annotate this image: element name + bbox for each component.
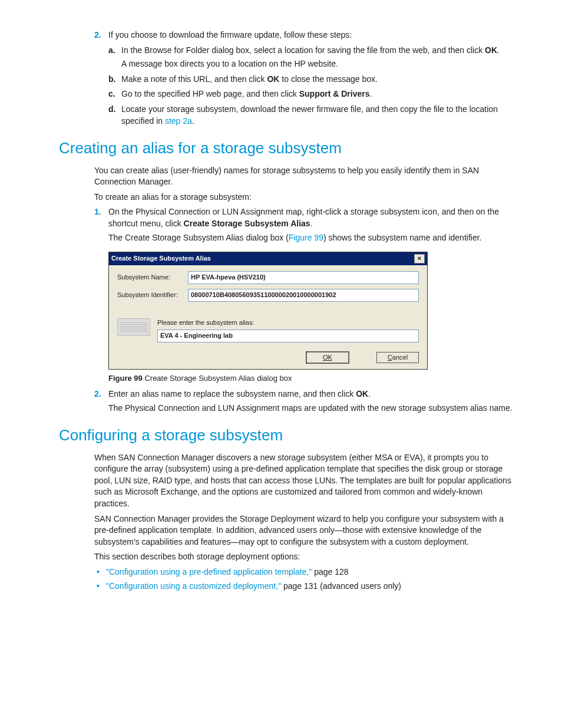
bullet-custom: "Configuration using a customized deploy…: [94, 581, 518, 592]
substep-c: c. Go to the specified HP web page, and …: [108, 88, 518, 100]
para: This section describes both storage depl…: [94, 551, 518, 563]
bullet-template: "Configuration using a pre-defined appli…: [94, 566, 518, 578]
alias-step-2: 2. Enter an alias name to replace the su…: [94, 388, 518, 414]
figure-99: Create Storage Subsystem Alias × Subsyst…: [108, 252, 518, 384]
heading-creating-alias: Creating an alias for a storage subsyste…: [59, 137, 527, 159]
alias-step-1: 1. On the Physical Connection or LUN Ass…: [94, 206, 518, 384]
substep-text: Locate your storage subsystem, download …: [121, 104, 498, 126]
heading-configuring: Configuring a storage subsystem: [59, 424, 527, 446]
substep-b: b. Make a note of this URL, and then cli…: [108, 74, 518, 85]
dialog-title-text: Create Storage Subsystem Alias: [111, 254, 211, 263]
substep-marker: c.: [108, 88, 115, 100]
step-marker: 2.: [94, 29, 101, 41]
label-alias: Please enter the subsystem alias:: [157, 318, 419, 327]
step-link[interactable]: step 2a: [165, 116, 192, 126]
substep-marker: b.: [108, 74, 115, 85]
substep-a: a. In the Browse for Folder dialog box, …: [108, 45, 518, 70]
xref-link[interactable]: "Configuration using a pre-defined appli…: [106, 567, 312, 577]
top-steps-block: 2. If you choose to download the firmwar…: [94, 29, 518, 127]
step-text: Enter an alias name to replace the subsy…: [108, 389, 371, 398]
para: You can create alias (user-friendly) nam…: [94, 165, 518, 188]
substep-text: Make a note of this URL, and then click …: [121, 74, 378, 84]
para: When SAN Connection Manager discovers a …: [94, 452, 518, 510]
label-subsystem-id: Subsystem Identifier:: [117, 291, 188, 299]
input-alias[interactable]: EVA 4 - Engineering lab: [157, 330, 419, 342]
input-subsystem-name[interactable]: HP EVA-hpeva (HSV210): [188, 271, 419, 284]
step-text: On the Physical Connection or LUN Assign…: [108, 207, 499, 228]
section-configuring: When SAN Connection Manager discovers a …: [94, 452, 518, 592]
input-subsystem-id[interactable]: 08000710B4080560935110000020010000001902: [188, 289, 419, 302]
xref-link[interactable]: "Configuration using a customized deploy…: [106, 581, 281, 591]
keyboard-icon: [117, 318, 150, 336]
step-note: The Physical Connection and LUN Assignme…: [108, 403, 518, 414]
step-marker: 1.: [94, 206, 101, 218]
step-marker: 2.: [94, 388, 101, 400]
dialog-create-alias: Create Storage Subsystem Alias × Subsyst…: [108, 252, 428, 370]
substep-text: In the Browse for Folder dialog box, sel…: [121, 45, 500, 55]
dialog-titlebar: Create Storage Subsystem Alias ×: [109, 252, 427, 265]
substep-note: A message box directs you to a location …: [121, 58, 518, 70]
step-text: If you choose to download the firmware u…: [108, 30, 352, 39]
substep-d: d. Locate your storage subsystem, downlo…: [108, 104, 518, 127]
close-icon[interactable]: ×: [414, 254, 425, 263]
substep-marker: a.: [108, 45, 115, 57]
para: To create an alias for a storage subsyst…: [94, 192, 518, 203]
para: SAN Connection Manager provides the Stor…: [94, 513, 518, 548]
label-subsystem-name: Subsystem Name:: [117, 273, 188, 282]
step-2: 2. If you choose to download the firmwar…: [94, 29, 518, 127]
section-creating-alias: You can create alias (user-friendly) nam…: [94, 165, 518, 414]
step-note: The Create Storage Subsystem Alias dialo…: [108, 232, 518, 244]
cancel-button[interactable]: Cancel: [376, 352, 419, 363]
figure-caption: Figure 99 Create Storage Subsystem Alias…: [108, 373, 518, 384]
figure-link[interactable]: Figure 99: [289, 233, 323, 242]
ok-button[interactable]: OK: [306, 352, 349, 363]
substep-text: Go to the specified HP web page, and the…: [121, 89, 372, 98]
substep-marker: d.: [108, 104, 115, 116]
